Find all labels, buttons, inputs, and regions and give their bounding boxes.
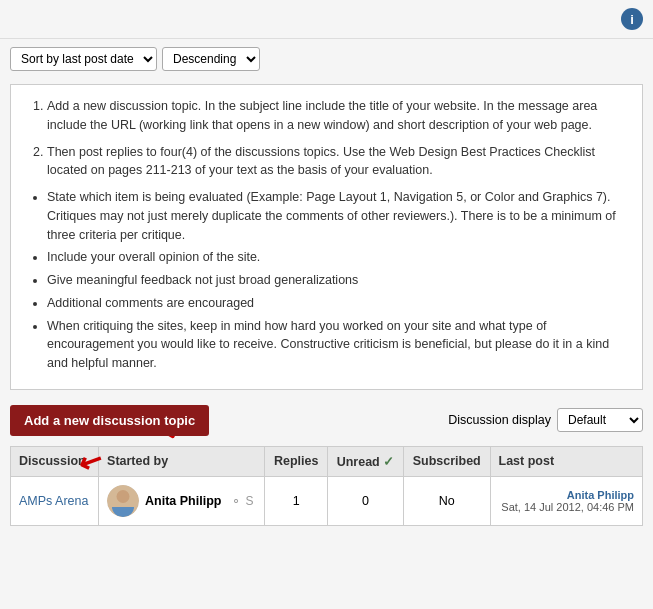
cell-subscribed: No (403, 476, 490, 525)
instructions-box: Add a new discussion topic. In the subje… (10, 84, 643, 390)
avatar (107, 485, 139, 517)
bullet-item: When critiquing the sites, keep in mind … (47, 317, 626, 373)
instruction-item-1: Add a new discussion topic. In the subje… (47, 97, 626, 135)
order-select[interactable]: DescendingAscending (162, 47, 260, 71)
bullet-list: State which item is being evaluated (Exa… (27, 188, 626, 373)
user-icons: ⚬ S (231, 494, 253, 508)
cell-discussion[interactable]: AMPs Arena (11, 476, 99, 525)
profile-icon: ⚬ (231, 494, 241, 508)
info-icon[interactable]: i (621, 8, 643, 30)
cell-last-post: Anita Philipp Sat, 14 Jul 2012, 04:46 PM (490, 476, 642, 525)
discussion-table: Discussion ↙ Started by Replies Unread ✓… (10, 446, 643, 526)
bullet-item: Additional comments are encouraged (47, 294, 626, 313)
table-header-row: Discussion ↙ Started by Replies Unread ✓… (11, 446, 643, 476)
user-name: Anita Philipp (145, 494, 221, 508)
status-icon: S (245, 494, 253, 508)
col-started-by: Started by (99, 446, 265, 476)
display-control: Discussion display DefaultFlatThreadedNe… (448, 408, 643, 432)
col-discussion: Discussion ↙ (11, 446, 99, 476)
col-last-post: Last post (490, 446, 642, 476)
last-post-user: Anita Philipp (499, 489, 634, 501)
checkmark-icon: ✓ (383, 454, 394, 469)
col-subscribed: Subscribed (403, 446, 490, 476)
table-body: AMPs Arena Anita Philipp ⚬ S (11, 476, 643, 525)
action-bar: ↘ Add a new discussion topic Discussion … (0, 395, 653, 446)
instruction-item-2: Then post replies to four(4) of the disc… (47, 143, 626, 181)
sort-bar: Sort by last post dateSort by subjectSor… (0, 39, 653, 79)
display-select[interactable]: DefaultFlatThreadedNested (557, 408, 643, 432)
display-label: Discussion display (448, 413, 551, 427)
col-replies: Replies (265, 446, 328, 476)
table-row: AMPs Arena Anita Philipp ⚬ S (11, 476, 643, 525)
sort-by-select[interactable]: Sort by last post dateSort by subjectSor… (10, 47, 157, 71)
bullet-item: Give meaningful feedback not just broad … (47, 271, 626, 290)
bullet-item: State which item is being evaluated (Exa… (47, 188, 626, 244)
col-unread: Unread ✓ (328, 446, 404, 476)
add-topic-button[interactable]: Add a new discussion topic (10, 405, 209, 436)
header-bar: i (0, 0, 653, 39)
bullet-item: Include your overall opinion of the site… (47, 248, 626, 267)
cell-replies: 1 (265, 476, 328, 525)
cell-started-by: Anita Philipp ⚬ S (99, 476, 265, 525)
last-post-date: Sat, 14 Jul 2012, 04:46 PM (499, 501, 634, 513)
cell-unread: 0 (328, 476, 404, 525)
